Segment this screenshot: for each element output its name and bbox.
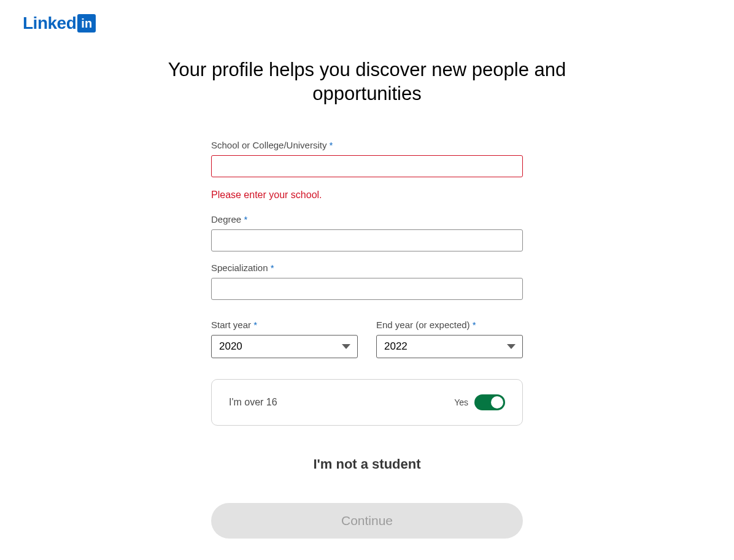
- degree-input[interactable]: [211, 229, 523, 251]
- end-year-value: 2022: [384, 340, 408, 353]
- school-label: School or College/University *: [211, 140, 523, 150]
- end-year-select-wrapper[interactable]: 2022: [376, 335, 523, 358]
- specialization-label-text: Specialization: [211, 263, 268, 273]
- continue-button[interactable]: Continue: [211, 503, 523, 539]
- school-label-text: School or College/University: [211, 140, 326, 150]
- end-year-label-text: End year (or expected): [376, 320, 470, 330]
- year-row: Start year * 2020 End year (or expected)…: [211, 320, 523, 358]
- end-year-label: End year (or expected) *: [376, 320, 523, 330]
- school-field-group: School or College/University * Please en…: [211, 140, 523, 201]
- required-indicator: *: [253, 320, 257, 330]
- specialization-field-group: Specialization *: [211, 263, 523, 300]
- school-input[interactable]: [211, 155, 523, 177]
- logo-text: Linked: [23, 13, 76, 33]
- age-toggle-wrapper: Yes: [454, 394, 505, 410]
- specialization-input[interactable]: [211, 278, 523, 300]
- required-indicator: *: [271, 263, 274, 273]
- end-year-select[interactable]: 2022: [376, 335, 523, 358]
- start-year-value: 2020: [219, 340, 242, 353]
- page-headline: Your profile helps you discover new peop…: [152, 58, 582, 106]
- toggle-knob: [491, 396, 503, 408]
- logo-in-box: in: [77, 14, 96, 33]
- degree-label: Degree *: [211, 214, 523, 224]
- required-indicator: *: [330, 140, 333, 150]
- start-year-select-wrapper[interactable]: 2020: [211, 335, 358, 358]
- not-student-button[interactable]: I'm not a student: [211, 456, 523, 472]
- main-content: Your profile helps you discover new peop…: [0, 0, 734, 539]
- age-confirm-text: I'm over 16: [229, 397, 277, 408]
- required-indicator: *: [244, 214, 247, 224]
- specialization-label: Specialization *: [211, 263, 523, 273]
- degree-field-group: Degree *: [211, 214, 523, 251]
- end-year-field-group: End year (or expected) * 2022: [376, 320, 523, 358]
- age-toggle-label: Yes: [454, 397, 468, 407]
- age-confirmation-box: I'm over 16 Yes: [211, 379, 523, 426]
- linkedin-logo[interactable]: Linked in: [23, 13, 96, 33]
- education-form: School or College/University * Please en…: [211, 140, 523, 539]
- required-indicator: *: [473, 320, 476, 330]
- age-toggle[interactable]: [474, 394, 505, 410]
- start-year-label-text: Start year: [211, 320, 251, 330]
- start-year-label: Start year *: [211, 320, 358, 330]
- school-error-message: Please enter your school.: [211, 190, 523, 201]
- start-year-field-group: Start year * 2020: [211, 320, 358, 358]
- start-year-select[interactable]: 2020: [211, 335, 358, 358]
- degree-label-text: Degree: [211, 214, 241, 224]
